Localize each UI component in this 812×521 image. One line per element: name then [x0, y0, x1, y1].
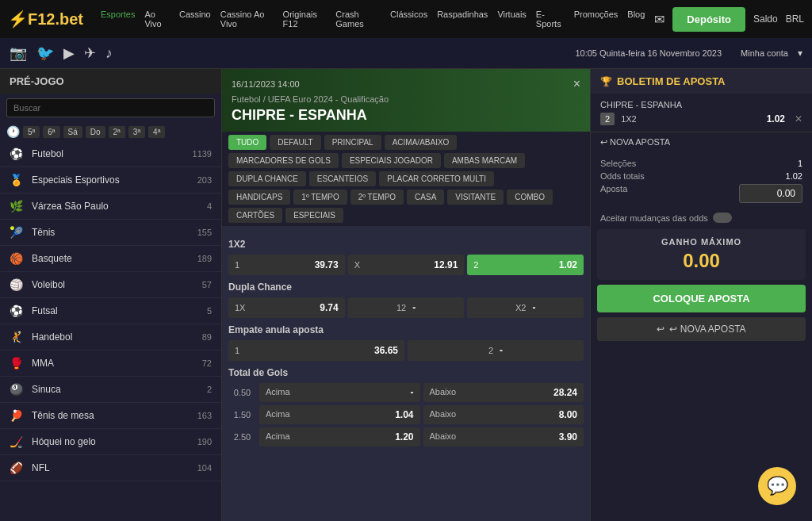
time-filter-3a[interactable]: 3ª	[128, 126, 145, 138]
sidebar-item-sinuca[interactable]: 🎱 Sinuca 2	[0, 377, 221, 403]
sidebar-item-futsal[interactable]: ⚽ Futsal 5	[0, 298, 221, 324]
mail-icon[interactable]: ✉	[654, 12, 665, 27]
tab-dupla-chance[interactable]: DUPLA CHANCE	[228, 171, 306, 186]
aposta-input[interactable]	[739, 184, 802, 203]
nova-aposta-top-button[interactable]: ↩ NOVA APOSTA	[591, 132, 812, 152]
especiais-icon: 🏅	[10, 174, 25, 186]
saldo-button[interactable]: Saldo	[753, 13, 778, 25]
total-acima-2[interactable]: Acima 1.20	[259, 427, 420, 446]
tab-handicaps[interactable]: HANDICAPS	[228, 190, 290, 205]
total-abaixo-1[interactable]: Abaixo 8.00	[423, 405, 584, 424]
odds-label-1: 1	[235, 260, 239, 270]
match-close-button[interactable]: ×	[573, 77, 580, 91]
sidebar-item-voleibol[interactable]: 🏐 Voleibol 57	[0, 272, 221, 298]
account-chevron-icon[interactable]: ▾	[798, 48, 802, 59]
bet-slip-header: 🏆 BOLETIM DE APOSTA	[591, 69, 812, 94]
aceitar-toggle[interactable]	[713, 213, 732, 223]
time-filter-5a[interactable]: 5ª	[23, 126, 40, 138]
odds-cell-12[interactable]: 12 -	[348, 297, 465, 318]
odds-cell-empate-2[interactable]: 2 -	[408, 340, 584, 361]
sidebar-item-especiais[interactable]: 🏅 Especiais Esportivos 203	[0, 167, 221, 193]
ganho-label: GANHO MÁXIMO	[605, 237, 798, 247]
nav-blog[interactable]: Blog	[627, 10, 645, 29]
total-acima-0[interactable]: Acima -	[259, 383, 420, 402]
odds-cell-empate-1[interactable]: 1 36.65	[228, 340, 404, 361]
chat-bubble[interactable]: 💬	[758, 467, 796, 505]
youtube-icon[interactable]: ▶	[63, 44, 75, 62]
instagram-icon[interactable]: 📷	[10, 44, 27, 62]
sidebar-item-futebol[interactable]: ⚽ Futebol 1139	[0, 141, 221, 167]
sidebar-item-count: 189	[197, 254, 212, 263]
odds-cell-x[interactable]: X 12.91	[348, 255, 465, 275]
nav-crash[interactable]: Crash Games	[335, 10, 381, 29]
tab-1tempo[interactable]: 1º TEMPO	[293, 190, 347, 205]
aposta-label: Aposta	[600, 184, 627, 203]
search-input[interactable]	[6, 98, 215, 117]
sidebar-item-count: 57	[202, 280, 212, 289]
nav-classicos[interactable]: Clássicos	[390, 10, 427, 29]
tab-visitante[interactable]: VISITANTE	[447, 190, 504, 205]
tabs-row5: CARTÕES ESPECIAIS	[222, 208, 590, 226]
sidebar-item-hoquei[interactable]: 🏒 Hóquei no gelo 190	[0, 429, 221, 455]
time-filter-2a[interactable]: 2ª	[109, 126, 125, 138]
minha-conta[interactable]: Minha conta	[741, 48, 788, 58]
odds-cell-2[interactable]: 2 1.02	[467, 255, 584, 275]
sidebar-item-basquete[interactable]: 🏀 Basquete 189	[0, 246, 221, 272]
nav-cassino[interactable]: Cassino	[179, 10, 211, 29]
odds-row-dupla: 1X 9.74 12 - X2 -	[228, 297, 584, 318]
tab-default[interactable]: DEFAULT	[270, 135, 320, 150]
sidebar-item-tenis[interactable]: 🎾 Tênis 155	[0, 220, 221, 246]
coloque-aposta-button[interactable]: COLOQUE APOSTA	[597, 285, 806, 312]
sidebar-item-tenis-mesa[interactable]: 🏓 Tênis de mesa 163	[0, 403, 221, 429]
nav-esports[interactable]: E-Sports	[536, 10, 565, 29]
sidebar-item-nfl[interactable]: 🏈 NFL 104	[0, 455, 221, 481]
total-line-2: 2.50	[228, 432, 256, 442]
nav-raspadinhas[interactable]: Raspadinhas	[437, 10, 488, 29]
nav-originais[interactable]: Originais F12	[283, 10, 327, 29]
sidebar-item-label: Voleibol	[32, 279, 202, 290]
sidebar-item-label: Sinuca	[32, 384, 207, 395]
nav-esportes[interactable]: Esportes	[101, 10, 135, 29]
tiktok-icon[interactable]: ♪	[105, 45, 113, 62]
sidebar-item-label: Hóquei no gelo	[32, 436, 197, 447]
tab-tudo[interactable]: TUDO	[228, 135, 266, 150]
tab-escanteios[interactable]: ESCANTEIOS	[309, 171, 376, 186]
clock-icon: 🕐	[6, 125, 20, 138]
brl-button[interactable]: BRL	[786, 13, 804, 25]
total-abaixo-0[interactable]: Abaixo 28.24	[423, 383, 584, 402]
nav-virtuais[interactable]: Virtuais	[497, 10, 526, 29]
section-dupla-title: Dupla Chance	[228, 282, 584, 293]
nav-cassino-ao-vivo[interactable]: Cassino Ao Vivo	[220, 10, 274, 29]
tab-acima-abaixo[interactable]: ACIMA/ABAIXO	[385, 135, 458, 150]
total-acima-1[interactable]: Acima 1.04	[259, 405, 420, 424]
tab-placar-correto[interactable]: PLACAR CORRETO MULTI	[379, 171, 494, 186]
tab-marcadores[interactable]: MARCADORES DE GOLS	[228, 153, 339, 168]
tab-especiais[interactable]: ESPECIAIS	[285, 208, 343, 223]
total-abaixo-2[interactable]: Abaixo 3.90	[423, 427, 584, 446]
nav-ao-vivo[interactable]: Ao Vivo	[144, 10, 170, 29]
odds-cell-1[interactable]: 1 39.73	[228, 255, 345, 275]
tab-especiais-jogador[interactable]: ESPECIAIS JOGADOR	[342, 153, 441, 168]
odds-cell-x2[interactable]: X2 -	[467, 297, 584, 318]
tab-principal[interactable]: PRINCIPAL	[324, 135, 381, 150]
deposit-button[interactable]: Depósito	[672, 7, 745, 32]
tab-combo[interactable]: COMBO	[507, 190, 553, 205]
twitter-icon[interactable]: 🐦	[36, 44, 54, 62]
time-filter-6a[interactable]: 6ª	[43, 126, 59, 138]
sidebar-item-handebol[interactable]: 🤾 Handebol 89	[0, 324, 221, 351]
nova-aposta-bottom-button[interactable]: ↩ ↩ NOVA APOSTA	[597, 317, 806, 341]
nova-aposta-label: ↩ NOVA APOSTA	[669, 324, 745, 335]
nav-promocoes[interactable]: Promoções	[574, 10, 619, 29]
tab-ambas-marcam[interactable]: AMBAS MARCAM	[444, 153, 525, 168]
tab-casa[interactable]: CASA	[407, 190, 444, 205]
tab-cartoes[interactable]: CARTÕES	[228, 208, 282, 223]
tab-2tempo[interactable]: 2º TEMPO	[350, 190, 404, 205]
time-filter-4a[interactable]: 4ª	[148, 126, 165, 138]
telegram-icon[interactable]: ✈	[84, 44, 96, 62]
bet-remove-button[interactable]: ✕	[795, 113, 802, 125]
time-filter-sa[interactable]: Sá	[63, 126, 82, 138]
sidebar-item-mma[interactable]: 🥊 MMA 72	[0, 351, 221, 377]
odds-cell-1x[interactable]: 1X 9.74	[228, 297, 345, 318]
sidebar-item-varzea[interactable]: 🌿 Várzea São Paulo 4	[0, 193, 221, 220]
time-filter-do[interactable]: Do	[86, 126, 105, 138]
